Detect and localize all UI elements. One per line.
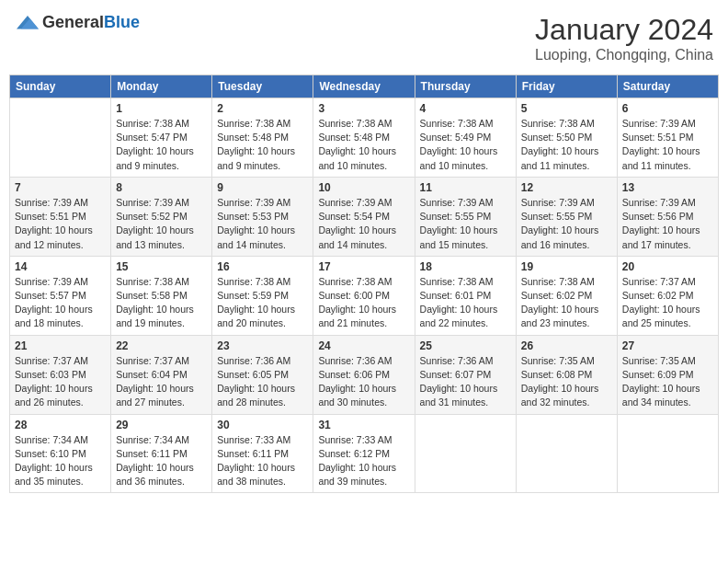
day-cell: 13Sunrise: 7:39 AMSunset: 5:56 PMDayligh… (617, 177, 718, 256)
day-cell: 23Sunrise: 7:36 AMSunset: 6:05 PMDayligh… (212, 335, 313, 414)
day-cell: 6Sunrise: 7:39 AMSunset: 5:51 PMDaylight… (617, 98, 718, 178)
day-info: Sunrise: 7:37 AMSunset: 6:03 PMDaylight:… (15, 354, 106, 410)
day-info: Sunrise: 7:38 AMSunset: 6:02 PMDaylight:… (521, 275, 612, 331)
day-info: Sunrise: 7:38 AMSunset: 5:49 PMDaylight:… (420, 117, 511, 173)
day-info: Sunrise: 7:37 AMSunset: 6:02 PMDaylight:… (622, 275, 713, 331)
day-info: Sunrise: 7:39 AMSunset: 5:57 PMDaylight:… (15, 275, 106, 331)
day-number: 10 (318, 181, 409, 194)
day-number: 20 (622, 260, 713, 273)
weekday-header-thursday: Thursday (415, 75, 516, 98)
day-cell: 24Sunrise: 7:36 AMSunset: 6:06 PMDayligh… (313, 335, 415, 414)
day-number: 3 (318, 102, 409, 115)
day-info: Sunrise: 7:36 AMSunset: 6:05 PMDaylight:… (217, 354, 308, 410)
day-info: Sunrise: 7:38 AMSunset: 5:47 PMDaylight:… (116, 117, 207, 173)
day-number: 27 (622, 339, 713, 352)
day-cell: 17Sunrise: 7:38 AMSunset: 6:00 PMDayligh… (313, 256, 415, 335)
day-info: Sunrise: 7:39 AMSunset: 5:52 PMDaylight:… (116, 196, 207, 252)
day-number: 2 (217, 102, 308, 115)
day-info: Sunrise: 7:39 AMSunset: 5:51 PMDaylight:… (15, 196, 106, 252)
day-cell (10, 98, 111, 178)
week-row-3: 14Sunrise: 7:39 AMSunset: 5:57 PMDayligh… (10, 256, 719, 335)
week-row-2: 7Sunrise: 7:39 AMSunset: 5:51 PMDaylight… (10, 177, 719, 256)
day-cell: 22Sunrise: 7:37 AMSunset: 6:04 PMDayligh… (111, 335, 212, 414)
day-cell (617, 414, 718, 493)
day-number: 6 (622, 102, 713, 115)
day-number: 25 (420, 339, 511, 352)
day-cell: 20Sunrise: 7:37 AMSunset: 6:02 PMDayligh… (617, 256, 718, 335)
day-info: Sunrise: 7:38 AMSunset: 5:58 PMDaylight:… (116, 275, 207, 331)
day-cell: 18Sunrise: 7:38 AMSunset: 6:01 PMDayligh… (415, 256, 516, 335)
day-info: Sunrise: 7:39 AMSunset: 5:55 PMDaylight:… (521, 196, 612, 252)
week-row-1: 1Sunrise: 7:38 AMSunset: 5:47 PMDaylight… (10, 98, 719, 178)
location-title: Luoping, Chongqing, China (535, 47, 713, 63)
day-number: 13 (622, 181, 713, 194)
day-cell (516, 414, 617, 493)
day-number: 24 (318, 339, 409, 352)
day-info: Sunrise: 7:35 AMSunset: 6:08 PMDaylight:… (521, 354, 612, 410)
day-info: Sunrise: 7:36 AMSunset: 6:07 PMDaylight:… (420, 354, 511, 410)
day-number: 18 (420, 260, 511, 273)
day-number: 21 (15, 339, 106, 352)
weekday-header-monday: Monday (111, 75, 212, 98)
day-cell: 29Sunrise: 7:34 AMSunset: 6:11 PMDayligh… (111, 414, 212, 493)
day-cell: 30Sunrise: 7:33 AMSunset: 6:11 PMDayligh… (212, 414, 313, 493)
month-year-title: January 2024 (535, 13, 713, 47)
day-number: 11 (420, 181, 511, 194)
day-info: Sunrise: 7:38 AMSunset: 6:01 PMDaylight:… (420, 275, 511, 331)
day-info: Sunrise: 7:38 AMSunset: 5:48 PMDaylight:… (217, 117, 308, 173)
day-number: 31 (318, 419, 409, 431)
day-number: 22 (116, 339, 207, 352)
day-cell: 10Sunrise: 7:39 AMSunset: 5:54 PMDayligh… (313, 177, 415, 256)
day-info: Sunrise: 7:33 AMSunset: 6:12 PMDaylight:… (318, 433, 409, 489)
weekday-header-wednesday: Wednesday (313, 75, 415, 98)
day-number: 5 (521, 102, 612, 115)
day-cell: 12Sunrise: 7:39 AMSunset: 5:55 PMDayligh… (516, 177, 617, 256)
day-cell: 14Sunrise: 7:39 AMSunset: 5:57 PMDayligh… (10, 256, 111, 335)
day-info: Sunrise: 7:39 AMSunset: 5:54 PMDaylight:… (318, 196, 409, 252)
day-number: 23 (217, 339, 308, 352)
day-cell: 26Sunrise: 7:35 AMSunset: 6:08 PMDayligh… (516, 335, 617, 414)
day-number: 29 (116, 419, 207, 431)
logo: GeneralBlue (15, 13, 140, 32)
day-info: Sunrise: 7:39 AMSunset: 5:56 PMDaylight:… (622, 196, 713, 252)
day-info: Sunrise: 7:39 AMSunset: 5:55 PMDaylight:… (420, 196, 511, 252)
day-info: Sunrise: 7:37 AMSunset: 6:04 PMDaylight:… (116, 354, 207, 410)
day-cell: 8Sunrise: 7:39 AMSunset: 5:52 PMDaylight… (111, 177, 212, 256)
day-info: Sunrise: 7:34 AMSunset: 6:10 PMDaylight:… (15, 433, 106, 489)
day-info: Sunrise: 7:39 AMSunset: 5:51 PMDaylight:… (622, 117, 713, 173)
day-info: Sunrise: 7:36 AMSunset: 6:06 PMDaylight:… (318, 354, 409, 410)
day-number: 7 (15, 181, 106, 194)
day-number: 9 (217, 181, 308, 194)
day-cell: 25Sunrise: 7:36 AMSunset: 6:07 PMDayligh… (415, 335, 516, 414)
calendar-table: SundayMondayTuesdayWednesdayThursdayFrid… (9, 75, 719, 493)
day-cell: 7Sunrise: 7:39 AMSunset: 5:51 PMDaylight… (10, 177, 111, 256)
weekday-header-sunday: Sunday (10, 75, 111, 98)
day-cell (415, 414, 516, 493)
day-number: 26 (521, 339, 612, 352)
day-info: Sunrise: 7:33 AMSunset: 6:11 PMDaylight:… (217, 433, 308, 489)
day-number: 1 (116, 102, 207, 115)
week-row-4: 21Sunrise: 7:37 AMSunset: 6:03 PMDayligh… (10, 335, 719, 414)
day-info: Sunrise: 7:39 AMSunset: 5:53 PMDaylight:… (217, 196, 308, 252)
day-info: Sunrise: 7:38 AMSunset: 5:50 PMDaylight:… (521, 117, 612, 173)
day-cell: 27Sunrise: 7:35 AMSunset: 6:09 PMDayligh… (617, 335, 718, 414)
title-block: January 2024 Luoping, Chongqing, China (535, 13, 713, 63)
logo-icon (17, 14, 39, 32)
day-number: 15 (116, 260, 207, 273)
day-cell: 16Sunrise: 7:38 AMSunset: 5:59 PMDayligh… (212, 256, 313, 335)
week-row-5: 28Sunrise: 7:34 AMSunset: 6:10 PMDayligh… (10, 414, 719, 493)
day-cell: 9Sunrise: 7:39 AMSunset: 5:53 PMDaylight… (212, 177, 313, 256)
logo-blue-text: Blue (104, 13, 140, 31)
day-number: 17 (318, 260, 409, 273)
day-info: Sunrise: 7:38 AMSunset: 5:48 PMDaylight:… (318, 117, 409, 173)
page-header: GeneralBlue January 2024 Luoping, Chongq… (9, 9, 719, 67)
day-cell: 28Sunrise: 7:34 AMSunset: 6:10 PMDayligh… (10, 414, 111, 493)
day-info: Sunrise: 7:34 AMSunset: 6:11 PMDaylight:… (116, 433, 207, 489)
day-number: 30 (217, 419, 308, 431)
day-cell: 11Sunrise: 7:39 AMSunset: 5:55 PMDayligh… (415, 177, 516, 256)
day-number: 8 (116, 181, 207, 194)
day-number: 19 (521, 260, 612, 273)
weekday-header-saturday: Saturday (617, 75, 718, 98)
day-cell: 3Sunrise: 7:38 AMSunset: 5:48 PMDaylight… (313, 98, 415, 178)
day-cell: 2Sunrise: 7:38 AMSunset: 5:48 PMDaylight… (212, 98, 313, 178)
